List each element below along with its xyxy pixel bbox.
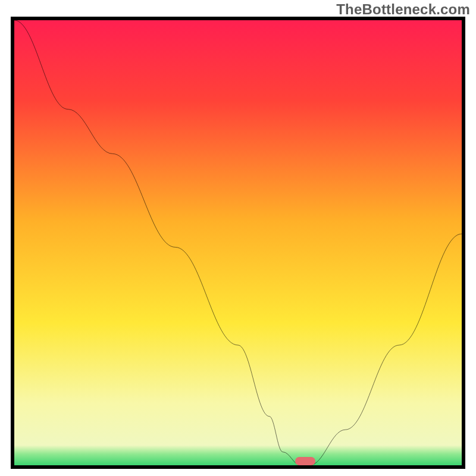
chart-frame (11, 17, 465, 469)
bottleneck-curve (14, 20, 462, 465)
watermark-text: TheBottleneck.com (336, 1, 470, 18)
optimal-point-marker (295, 457, 315, 465)
chart-container: TheBottleneck.com (0, 0, 476, 476)
chart-plot-area (14, 20, 462, 465)
